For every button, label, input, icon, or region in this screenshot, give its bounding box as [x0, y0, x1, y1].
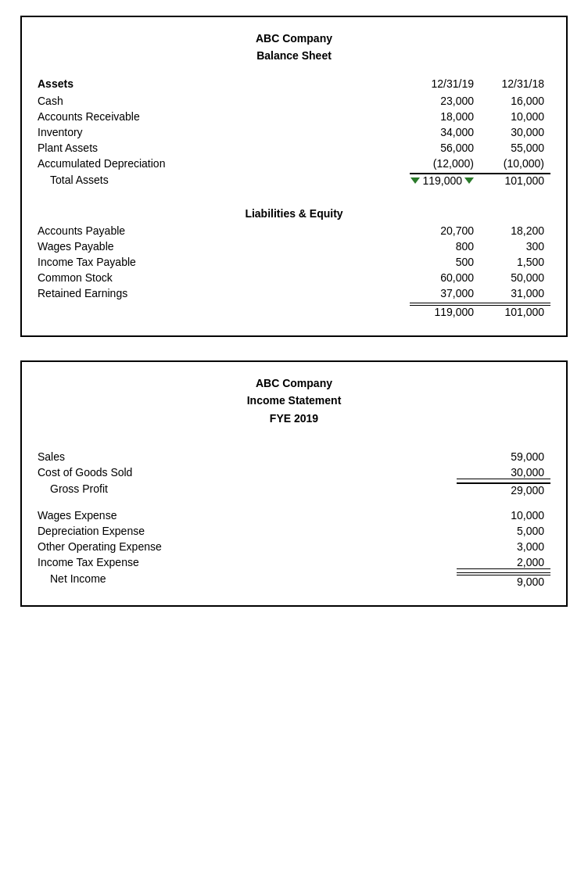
net-income-row: Net Income 9,000: [38, 571, 550, 590]
gross-profit-value: 29,000: [457, 482, 550, 497]
ap-col1: 20,700: [410, 224, 480, 237]
cs-col1: 60,000: [410, 271, 480, 284]
cogs-label: Cost of Goods Sold: [38, 466, 457, 479]
cash-label: Cash: [38, 95, 410, 107]
plant-assets-label: Plant Assets: [38, 142, 410, 154]
total-assets-col2: 101,000: [480, 173, 550, 187]
total-assets-col1: 119,000: [410, 173, 480, 187]
col1-header: 12/31/19: [410, 77, 480, 90]
accounts-receivable-label: Accounts Receivable: [38, 110, 410, 123]
triangle-left-icon: [411, 177, 420, 184]
cash-row: Cash 23,000 16,000: [38, 93, 550, 109]
plant-assets-row: Plant Assets 56,000 55,000: [38, 140, 550, 156]
net-income-value: 9,000: [457, 572, 550, 588]
accum-depreciation-row: Accumulated Depreciation (12,000) (10,00…: [38, 156, 550, 171]
plant-col2: 55,000: [480, 142, 550, 154]
wages-expense-row: Wages Expense 10,000: [38, 507, 550, 523]
plant-col1: 56,000: [410, 142, 480, 154]
ar-col1: 18,000: [410, 110, 480, 123]
income-statement-title: ABC Company Income Statement FYE 2019: [38, 375, 550, 427]
itp-col2: 1,500: [480, 256, 550, 268]
col2-header: 12/31/18: [480, 77, 550, 90]
triangle-right-icon: [464, 177, 474, 184]
balance-sheet-title: ABC Company Balance Sheet: [38, 30, 550, 65]
total-assets-label: Total Assets: [38, 174, 410, 186]
accum-dep-col2: (10,000): [480, 157, 550, 170]
cash-col1: 23,000: [410, 95, 480, 107]
other-op-label: Other Operating Expense: [38, 540, 457, 553]
total-liab-col2: 101,000: [480, 303, 550, 318]
inventory-label: Inventory: [38, 126, 410, 138]
re-col1: 37,000: [410, 287, 480, 299]
accum-dep-label: Accumulated Depreciation: [38, 157, 410, 170]
sales-value: 59,000: [457, 450, 550, 463]
re-label: Retained Earnings: [38, 287, 410, 299]
total-liab-row: 119,000 101,000: [38, 301, 550, 320]
inventory-col2: 30,000: [480, 126, 550, 138]
gross-profit-row: Gross Profit 29,000: [38, 481, 550, 498]
income-tax-expense-row: Income Tax Expense 2,000: [38, 554, 550, 571]
dep-expense-value: 5,000: [457, 525, 550, 537]
itp-col1: 500: [410, 256, 480, 268]
ar-col2: 10,000: [480, 110, 550, 123]
wages-payable-label: Wages Payable: [38, 240, 410, 253]
accounts-payable-row: Accounts Payable 20,700 18,200: [38, 223, 550, 238]
other-operating-row: Other Operating Expense 3,000: [38, 539, 550, 554]
cogs-row: Cost of Goods Sold 30,000: [38, 464, 550, 481]
total-assets-row: Total Assets 119,000 101,000: [38, 171, 550, 188]
common-stock-row: Common Stock 60,000 50,000: [38, 270, 550, 285]
cogs-value: 30,000: [457, 466, 550, 479]
dep-expense-label: Depreciation Expense: [38, 525, 457, 537]
income-statement: ABC Company Income Statement FYE 2019 Sa…: [20, 360, 568, 607]
wages-expense-value: 10,000: [457, 509, 550, 522]
assets-label: Assets: [38, 77, 410, 90]
income-tax-payable-row: Income Tax Payable 500 1,500: [38, 254, 550, 270]
accum-dep-col1: (12,000): [410, 157, 480, 170]
re-col2: 31,000: [480, 287, 550, 299]
cs-col2: 50,000: [480, 271, 550, 284]
sales-row: Sales 59,000: [38, 449, 550, 464]
it-expense-label: Income Tax Expense: [38, 556, 457, 569]
inventory-row: Inventory 34,000 30,000: [38, 124, 550, 140]
ap-label: Accounts Payable: [38, 224, 410, 237]
total-liab-col1: 119,000: [410, 303, 480, 318]
other-op-value: 3,000: [457, 540, 550, 553]
inventory-col1: 34,000: [410, 126, 480, 138]
cash-col2: 16,000: [480, 95, 550, 107]
liab-equity-header: Liabilities & Equity: [38, 207, 550, 220]
wp-col2: 300: [480, 240, 550, 253]
itp-label: Income Tax Payable: [38, 256, 410, 268]
net-income-label: Net Income: [38, 572, 457, 588]
balance-sheet: ABC Company Balance Sheet Assets 12/31/1…: [20, 16, 568, 337]
gross-profit-label: Gross Profit: [38, 482, 457, 497]
depreciation-expense-row: Depreciation Expense 5,000: [38, 523, 550, 539]
wp-col1: 800: [410, 240, 480, 253]
common-stock-label: Common Stock: [38, 271, 410, 284]
retained-earnings-row: Retained Earnings 37,000 31,000: [38, 285, 550, 301]
assets-header-row: Assets 12/31/19 12/31/18: [38, 77, 550, 90]
accounts-receivable-row: Accounts Receivable 18,000 10,000: [38, 109, 550, 124]
sales-label: Sales: [38, 450, 457, 463]
ap-col2: 18,200: [480, 224, 550, 237]
it-expense-value: 2,000: [457, 556, 550, 569]
wages-payable-row: Wages Payable 800 300: [38, 238, 550, 254]
wages-expense-label: Wages Expense: [38, 509, 457, 522]
